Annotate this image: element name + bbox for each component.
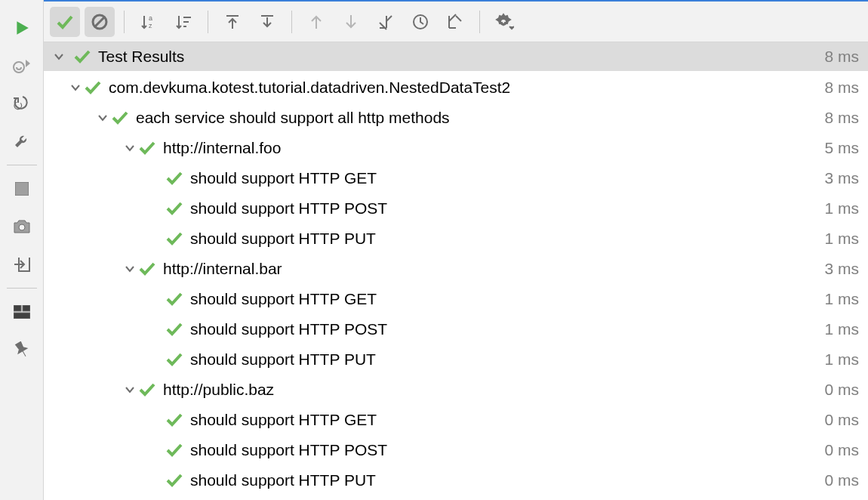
tree-node[interactable]: http://internal.foo5 ms: [44, 133, 868, 163]
gutter-separator-1: [7, 165, 37, 165]
stop-button[interactable]: [11, 177, 33, 200]
tree-node[interactable]: should support HTTP GET0 ms: [44, 405, 868, 435]
run-button[interactable]: [11, 17, 33, 39]
node-label: http://public.baz: [163, 381, 818, 399]
node-duration: 1 ms: [824, 230, 859, 248]
results-header[interactable]: Test Results 8 ms: [44, 42, 868, 71]
main-panel: az: [44, 0, 868, 500]
tree-node[interactable]: should support HTTP POST1 ms: [44, 314, 868, 344]
check-icon: [166, 202, 183, 215]
svg-text:z: z: [149, 22, 152, 29]
expand-all-button[interactable]: [217, 7, 248, 37]
import-results-button[interactable]: [371, 7, 401, 37]
node-label: should support HTTP PUT: [190, 230, 818, 248]
node-duration: 0 ms: [824, 441, 859, 459]
chevron-down-icon[interactable]: [121, 263, 139, 275]
node-label: should support HTTP POST: [190, 320, 818, 338]
node-label: should support HTTP GET: [190, 290, 818, 308]
tree-node[interactable]: should support HTTP GET3 ms: [44, 163, 868, 193]
node-label: com.devkuma.kotest.tutorial.datadriven.N…: [109, 79, 818, 97]
node-label: each service should support all http met…: [136, 109, 818, 127]
collapse-all-button[interactable]: [252, 7, 282, 37]
node-duration: 8 ms: [824, 109, 859, 127]
node-label: should support HTTP GET: [190, 411, 818, 429]
node-label: should support HTTP GET: [190, 169, 818, 187]
tree-node[interactable]: http://internal.bar3 ms: [44, 254, 868, 284]
tree-node[interactable]: http://public.baz0 ms: [44, 375, 868, 405]
node-duration: 0 ms: [824, 471, 859, 489]
chevron-down-icon: [53, 51, 68, 63]
check-icon: [139, 262, 155, 276]
node-label: should support HTTP PUT: [190, 471, 818, 489]
node-duration: 5 ms: [824, 139, 859, 157]
layout-button[interactable]: [11, 301, 33, 323]
svg-point-2: [19, 224, 25, 230]
check-icon: [166, 171, 183, 185]
svg-rect-5: [14, 313, 30, 319]
node-label: http://internal.foo: [163, 139, 818, 157]
results-title: Test Results: [98, 48, 184, 66]
tree-node[interactable]: should support HTTP PUT1 ms: [44, 344, 868, 375]
sort-alpha-button[interactable]: az: [134, 7, 164, 37]
check-icon: [85, 81, 101, 94]
history-button[interactable]: [405, 7, 436, 37]
show-passed-toggle[interactable]: [50, 7, 80, 37]
check-icon: [166, 292, 183, 306]
chevron-down-icon[interactable]: [121, 142, 139, 154]
screenshot-button[interactable]: [11, 215, 33, 238]
gutter: [0, 0, 44, 500]
toolbar-sep-4: [479, 11, 480, 33]
node-duration: 1 ms: [824, 290, 859, 308]
exit-button[interactable]: [11, 253, 33, 276]
toolbar-sep-1: [124, 11, 125, 33]
node-duration: 3 ms: [824, 260, 859, 278]
test-tree[interactable]: com.devkuma.kotest.tutorial.datadriven.N…: [44, 71, 868, 500]
chevron-down-icon[interactable]: [66, 82, 85, 94]
settings-button[interactable]: [489, 7, 519, 37]
rerun-failed-button[interactable]: [11, 92, 33, 115]
check-icon: [166, 353, 183, 366]
show-ignored-toggle[interactable]: [85, 7, 115, 37]
node-duration: 1 ms: [824, 320, 859, 338]
node-duration: 0 ms: [824, 411, 859, 429]
node-duration: 8 ms: [824, 79, 859, 97]
tree-node[interactable]: should support HTTP PUT1 ms: [44, 224, 868, 254]
tree-node[interactable]: should support HTTP GET1 ms: [44, 284, 868, 314]
node-duration: 1 ms: [824, 350, 859, 369]
check-icon: [166, 232, 183, 245]
tree-node[interactable]: should support HTTP POST0 ms: [44, 435, 868, 465]
toolbar-sep-3: [291, 11, 292, 33]
check-icon: [166, 413, 183, 427]
chevron-down-icon[interactable]: [94, 112, 112, 124]
svg-rect-4: [23, 305, 30, 311]
toggle-auto-test[interactable]: [11, 54, 33, 77]
toolbar-sep-2: [208, 11, 208, 33]
check-icon: [139, 141, 155, 155]
pin-button[interactable]: [11, 338, 33, 361]
sort-duration-button[interactable]: [168, 7, 199, 37]
check-icon: [166, 443, 183, 457]
node-duration: 0 ms: [824, 381, 859, 399]
svg-rect-3: [14, 305, 21, 311]
svg-text:a: a: [149, 14, 152, 22]
tree-node[interactable]: should support HTTP POST1 ms: [44, 193, 868, 224]
node-label: should support HTTP POST: [190, 199, 818, 218]
tree-node[interactable]: each service should support all http met…: [44, 103, 868, 133]
test-toolbar: az: [44, 0, 868, 42]
svg-line-7: [94, 17, 105, 27]
export-results-button[interactable]: [440, 7, 470, 37]
svg-point-0: [14, 62, 24, 73]
chevron-down-icon[interactable]: [121, 384, 139, 396]
check-icon: [166, 323, 183, 336]
node-label: http://internal.bar: [163, 260, 818, 278]
check-icon: [112, 111, 128, 125]
wrench-button[interactable]: [11, 130, 33, 153]
prev-failed-button: [301, 7, 331, 37]
check-icon: [166, 474, 183, 487]
tree-node[interactable]: should support HTTP PUT0 ms: [44, 465, 868, 495]
node-label: should support HTTP PUT: [190, 350, 818, 369]
next-failed-button: [336, 7, 366, 37]
tree-node[interactable]: com.devkuma.kotest.tutorial.datadriven.N…: [44, 73, 868, 103]
results-duration: 8 ms: [824, 48, 859, 66]
svg-rect-1: [15, 182, 29, 196]
